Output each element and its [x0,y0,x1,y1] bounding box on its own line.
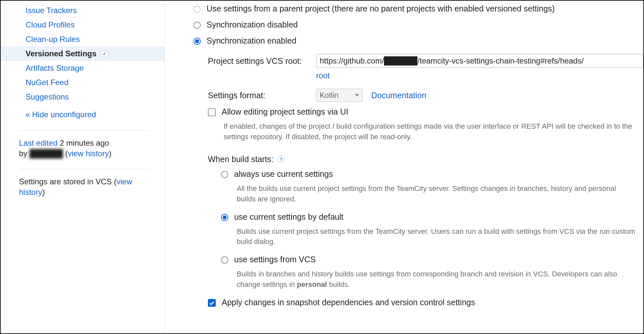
last-edited-info: Last edited 2 minutes ago by ██████ (vie… [1,135,164,162]
vcs-root-label: Project settings VCS root: [208,56,308,66]
chevron-down-icon [355,94,359,97]
view-history-link[interactable]: view history [68,149,109,158]
sync-option-enabled[interactable]: Synchronization enabled [193,33,643,49]
build-opt-from-vcs[interactable]: use settings from VCS [193,251,643,268]
radio-icon [193,6,201,13]
sidebar-item-artifacts-storage[interactable]: Artifacts Storage [1,61,164,75]
stored-in-vcs-info: Settings are stored in VCS (view history… [1,173,164,201]
build-opt-always-current-desc: All the builds use current project setti… [193,182,643,209]
radio-icon [221,214,228,221]
radio-icon [193,22,201,29]
sidebar-item-versioned-settings[interactable]: Versioned Settings ✓ [1,46,164,61]
sidebar-item-nuget-feed[interactable]: NuGet Feed [1,75,164,90]
divider [19,169,150,169]
allow-editing-desc: If enabled, changes of the project / bui… [193,120,643,147]
documentation-link[interactable]: Documentation [371,91,426,100]
sync-option-parent[interactable]: Use settings from a parent project (ther… [193,1,643,17]
settings-format-row: Settings format: Kotlin Documentation [193,84,643,104]
root-link[interactable]: root [316,71,330,80]
settings-format-select[interactable]: Kotlin [316,89,363,102]
when-build-starts-label: When build starts: ? [193,147,643,166]
checkbox-icon [208,108,216,116]
sync-option-disabled[interactable]: Synchronization disabled [193,17,643,33]
help-icon[interactable]: ? [277,156,285,163]
sidebar-item-issue-trackers[interactable]: Issue Trackers [1,3,164,18]
sidebar-nav: Issue Trackers Cloud Profiles Clean-up R… [1,3,164,104]
user-name: ██████ [30,149,63,158]
hide-unconfigured-link[interactable]: « Hide unconfigured [1,104,164,124]
last-edited-link[interactable]: Last edited [19,139,57,147]
radio-icon [193,38,201,45]
sidebar-item-cloud-profiles[interactable]: Cloud Profiles [1,18,164,32]
build-opt-always-current[interactable]: always use current settings [193,166,643,182]
build-opt-from-vcs-desc: Builds in branches and history builds us… [193,268,643,294]
vcs-root-input[interactable] [316,54,643,68]
divider [19,130,150,131]
radio-icon [221,171,228,178]
build-opt-current-default[interactable]: use current settings by default [193,209,643,225]
check-icon: ✓ [100,50,109,57]
main-content: Use settings from a parent project (ther… [165,1,643,333]
apply-changes-checkbox[interactable]: Apply changes in snapshot dependencies a… [193,294,643,310]
build-opt-current-default-desc: Builds use current project settings from… [193,225,643,252]
checkbox-icon [208,299,216,307]
vcs-root-row: Project settings VCS root: [193,49,643,70]
allow-editing-checkbox[interactable]: Allow editing project settings via UI [193,104,643,120]
sidebar-item-suggestions[interactable]: Suggestions [1,90,164,104]
settings-format-label: Settings format: [208,91,308,100]
sidebar: Issue Trackers Cloud Profiles Clean-up R… [1,1,165,333]
radio-icon [221,256,228,264]
sidebar-item-cleanup-rules[interactable]: Clean-up Rules [1,32,164,46]
